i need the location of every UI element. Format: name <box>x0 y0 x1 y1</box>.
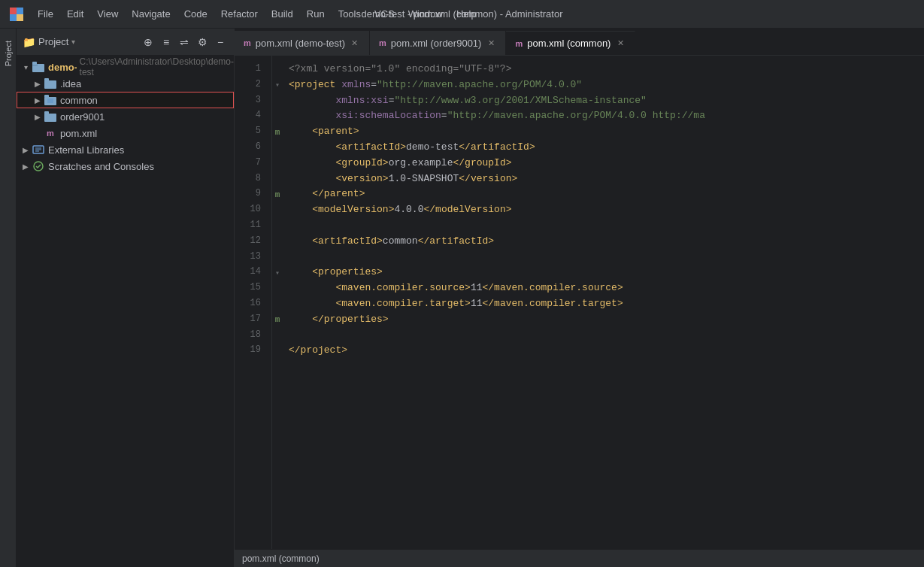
side-tab-project[interactable]: Project <box>2 36 15 71</box>
idea-folder-icon <box>44 78 57 89</box>
minimize-button[interactable]: − <box>213 35 228 50</box>
panel-title: 📁 Project ▾ <box>23 36 136 48</box>
menu-file[interactable]: File <box>32 5 59 23</box>
tab-close-2[interactable]: ✕ <box>615 38 626 49</box>
tab-close-1[interactable]: ✕ <box>486 38 496 48</box>
svg-rect-1 <box>17 8 23 14</box>
code-content[interactable]: <?xml version="1.0" encoding="UTF-8"?><p… <box>283 56 924 549</box>
tree-item-idea[interactable]: ▶ .idea <box>17 75 234 92</box>
tree-item-order9001[interactable]: ▶ order9001 <box>17 108 234 125</box>
scratches-expand-arrow[interactable]: ▶ <box>20 162 32 171</box>
code-line: <?xml version="1.0" encoding="UTF-8"?> <box>289 62 924 77</box>
menu-navigate[interactable]: Navigate <box>126 5 176 23</box>
order9001-label: order9001 <box>60 111 105 123</box>
svg-rect-10 <box>44 95 49 98</box>
order9001-expand-arrow[interactable]: ▶ <box>32 113 44 121</box>
idea-label: .idea <box>60 78 81 89</box>
folder-icon: 📁 <box>23 36 35 48</box>
tab-label-0: pom.xml (demo-test) <box>256 38 345 49</box>
scratches-icon <box>32 161 45 171</box>
code-editor[interactable]: 12345678910111213141516171819 ▾mm▾m <?xm… <box>235 56 924 549</box>
svg-rect-13 <box>44 111 49 114</box>
side-tab-strip: Project <box>0 29 17 567</box>
editor-area: m pom.xml (demo-test) ✕ m pom.xml (order… <box>235 29 924 567</box>
window-title: demo-test - pom.xml (common) - Administr… <box>361 8 562 20</box>
main-layout: Project 📁 Project ▾ ⊕ ≡ ⇌ ⚙ − ▾ <box>0 29 924 567</box>
code-line <box>289 250 924 265</box>
common-label: common <box>60 95 98 106</box>
panel-header: 📁 Project ▾ ⊕ ≡ ⇌ ⚙ − <box>17 29 234 56</box>
tab-close-0[interactable]: ✕ <box>350 38 360 48</box>
pomxml-icon: m <box>44 129 57 138</box>
root-label: demo-test <box>48 62 77 73</box>
code-line: <artifactId>demo-test</artifactId> <box>289 140 924 156</box>
code-line <box>289 328 924 344</box>
status-bar: pom.xml (common) <box>235 549 924 567</box>
scratches-label: Scratches and Consoles <box>48 161 154 172</box>
root-path: C:\Users\Administrator\Desktop\demo-test <box>80 56 234 77</box>
tab-bar: m pom.xml (demo-test) ✕ m pom.xml (order… <box>235 29 924 56</box>
tree-item-ext-libs[interactable]: ▶ External Libraries <box>17 141 234 158</box>
titlebar: File Edit View Navigate Code Refactor Bu… <box>0 0 924 29</box>
code-line: </properties> <box>289 312 924 328</box>
tab-maven-icon-1: m <box>379 38 386 47</box>
tab-pom-common[interactable]: m pom.xml (common) ✕ <box>506 31 635 55</box>
svg-rect-6 <box>32 62 37 65</box>
tree-item-pomxml[interactable]: m pom.xml <box>17 125 234 141</box>
code-line: <parent> <box>289 124 924 140</box>
code-line: <maven.compiler.target>11</maven.compile… <box>289 296 924 312</box>
root-expand-arrow[interactable]: ▾ <box>20 63 32 71</box>
order9001-folder-icon <box>44 111 57 122</box>
menu-run[interactable]: Run <box>301 5 331 23</box>
pomxml-label: pom.xml <box>60 128 97 139</box>
menu-code[interactable]: Code <box>178 5 214 23</box>
menu-refactor[interactable]: Refactor <box>215 5 264 23</box>
svg-rect-12 <box>44 114 56 122</box>
tree-root[interactable]: ▾ demo-test C:\Users\Administrator\Deskt… <box>17 59 234 75</box>
collapse-all-button[interactable]: ≡ <box>159 35 174 50</box>
tree-item-scratches[interactable]: ▶ Scratches and Consoles <box>17 158 234 174</box>
ext-libs-label: External Libraries <box>48 144 124 156</box>
settings-button[interactable]: ⚙ <box>195 35 210 50</box>
code-gutter: ▾mm▾m <box>272 56 283 549</box>
code-line: <version>1.0-SNAPSHOT</version> <box>289 171 924 187</box>
code-line: <modelVersion>4.0.0</modelVersion> <box>289 202 924 218</box>
tab-label-2: pom.xml (common) <box>527 38 610 49</box>
ext-libs-icon <box>32 144 45 155</box>
code-line: </parent> <box>289 186 924 202</box>
svg-rect-7 <box>44 80 56 89</box>
new-file-button[interactable]: ⊕ <box>141 35 156 50</box>
code-line <box>289 218 924 234</box>
common-expand-arrow[interactable]: ▶ <box>32 96 44 105</box>
code-line: <groupId>org.example</groupId> <box>289 156 924 171</box>
app-logo <box>9 7 24 22</box>
tab-pom-order9001[interactable]: m pom.xml (order9001) ✕ <box>370 31 506 55</box>
code-line: <artifactId>common</artifactId> <box>289 234 924 250</box>
status-text: pom.xml (common) <box>242 553 320 564</box>
idea-expand-arrow[interactable]: ▶ <box>32 80 44 88</box>
ext-libs-expand-arrow[interactable]: ▶ <box>20 146 32 154</box>
tree-item-common[interactable]: ▶ common <box>17 92 234 108</box>
code-line: <properties> <box>289 265 924 280</box>
tab-maven-icon-0: m <box>244 38 251 47</box>
code-line: xsi:schemaLocation="http://maven.apache.… <box>289 108 924 124</box>
panel-actions: ⊕ ≡ ⇌ ⚙ − <box>141 35 228 50</box>
menu-build[interactable]: Build <box>265 5 299 23</box>
tab-label-1: pom.xml (order9001) <box>391 38 482 49</box>
toggle-button[interactable]: ⇌ <box>177 35 192 50</box>
svg-rect-3 <box>17 14 23 21</box>
code-line: <maven.compiler.source>11</maven.compile… <box>289 280 924 296</box>
project-tree: ▾ demo-test C:\Users\Administrator\Deskt… <box>17 56 234 567</box>
line-numbers: 12345678910111213141516171819 <box>235 56 272 549</box>
tab-pom-demo-test[interactable]: m pom.xml (demo-test) ✕ <box>235 31 370 55</box>
common-folder-icon <box>44 95 57 105</box>
chevron-down-icon[interactable]: ▾ <box>71 38 75 46</box>
code-line: xmlns:xsi="http://www.w3.org/2001/XMLSch… <box>289 93 924 109</box>
menu-edit[interactable]: Edit <box>61 5 89 23</box>
svg-rect-0 <box>10 8 17 14</box>
menu-view[interactable]: View <box>91 5 124 23</box>
svg-rect-8 <box>44 78 49 81</box>
svg-rect-11 <box>47 99 53 103</box>
root-folder-icon <box>32 62 45 72</box>
tab-maven-icon-2: m <box>515 39 523 48</box>
